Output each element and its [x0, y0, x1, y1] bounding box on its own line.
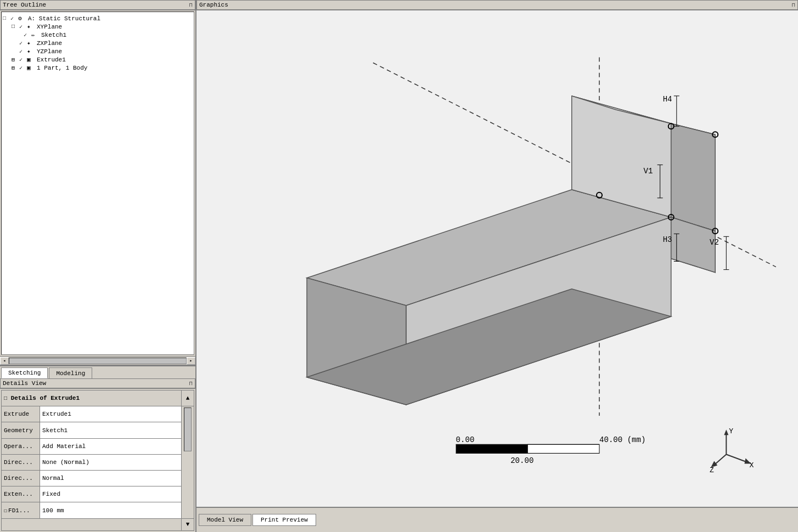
tree-icon-sketch1: ✏ [31, 31, 41, 38]
tree-check-part: ✓ [19, 65, 27, 71]
main-container: Tree Outline ⊓ □ ✓ ⚙ A: Static Structura… [0, 0, 798, 532]
scroll-right-arrow[interactable]: ▸ [187, 357, 195, 365]
tree-item-extrude1[interactable]: ⊞ ✓ ▣ Extrude1 [3, 55, 193, 64]
details-view-pin[interactable]: ⊓ [189, 380, 193, 387]
tree-item-yzplane[interactable]: ✓ ✦ YZPlane [3, 47, 193, 55]
details-view-header: Details View ⊓ [0, 378, 195, 389]
tree-check-sketch1: ✓ [24, 32, 31, 38]
tree-item-sketch1[interactable]: ✓ ✏ Sketch1 [3, 31, 193, 39]
details-row-geometry: Geometry Sketch1 [2, 422, 194, 438]
details-scroll-bottom-row: ▼ [2, 518, 194, 530]
details-key-exten: Exten... [2, 486, 40, 502]
details-scrollbar[interactable] [182, 406, 194, 518]
sketching-tab[interactable]: Sketching [1, 367, 48, 378]
tree-expand-yzplane[interactable] [12, 48, 19, 54]
details-row-opera: Opera... Add Material [2, 438, 194, 454]
tree-icon-yzplane: ✦ [27, 48, 37, 55]
graphics-svg: H4 V1 H3 V2 [196, 10, 798, 507]
tree-label-xyplane: XYPlane [37, 24, 62, 30]
tree-check-root: ✓ [10, 15, 18, 22]
svg-rect-29 [456, 444, 528, 453]
tree-expand-zxplane[interactable] [12, 40, 19, 46]
tree-icon-zxplane: ✦ [27, 39, 37, 47]
details-key-extrude: Extrude [2, 406, 40, 422]
tree-expand-root[interactable]: □ [3, 15, 10, 21]
details-key-fd1: ☐FD1... [2, 502, 40, 518]
print-preview-tab[interactable]: Print Preview [252, 514, 316, 526]
details-table-container: □ Details of Extrude1 ▲ Extrude Extrude1 [0, 389, 195, 532]
svg-rect-30 [527, 444, 599, 453]
details-key-direc2: Direc... [2, 471, 40, 486]
tree-check-zxplane: ✓ [19, 40, 27, 47]
details-table: □ Details of Extrude1 ▲ Extrude Extrude1 [1, 390, 194, 531]
tree-expand-extrude1[interactable]: ⊞ [12, 56, 19, 63]
tree-expand-part[interactable]: ⊞ [12, 65, 19, 71]
details-val-geometry: Sketch1 [40, 422, 182, 438]
graphics-content[interactable]: H4 V1 H3 V2 [196, 10, 798, 507]
details-row-exten: Exten... Fixed [2, 486, 194, 502]
tree-label-part: 1 Part, 1 Body [37, 65, 87, 71]
details-val-opera: Add Material [40, 438, 182, 454]
details-scroll-down[interactable]: ▼ [182, 518, 194, 530]
tree-outline-header: Tree Outline ⊓ [0, 0, 195, 10]
details-row-extrude: Extrude Extrude1 [2, 406, 194, 422]
graphics-pin[interactable]: ⊓ [792, 2, 795, 8]
graphics-header: Graphics ⊓ [196, 0, 798, 10]
sketching-modeling-tabs: Sketching Modeling [0, 366, 195, 378]
model-view-tab[interactable]: Model View [199, 514, 251, 526]
tree-expand-xyplane[interactable]: □ [12, 24, 19, 30]
details-val-exten: Fixed [40, 486, 182, 502]
tree-outline-pin[interactable]: ⊓ [189, 2, 193, 8]
svg-text:Z: Z [710, 466, 714, 474]
scale-label-left: 0.00 [456, 435, 475, 444]
details-row-direc1: Direc... None (Normal) [2, 454, 194, 470]
tree-check-xyplane: ✓ [19, 24, 27, 30]
tree-check-extrude1: ✓ [19, 56, 27, 63]
details-view-title: Details View [3, 380, 46, 387]
tree-horizontal-scrollbar[interactable]: ◂ ▸ [0, 356, 195, 365]
tree-item-zxplane[interactable]: ✓ ✦ ZXPlane [3, 39, 193, 47]
details-val-extrude: Extrude1 [40, 406, 182, 422]
tree-outline-panel: Tree Outline ⊓ □ ✓ ⚙ A: Static Structura… [0, 0, 195, 366]
scroll-track[interactable] [9, 358, 187, 364]
details-row-fd1: ☐FD1... 100 mm [2, 502, 194, 518]
tree-icon-root: ⚙ [18, 15, 28, 22]
details-val-fd1: 100 mm [40, 502, 182, 518]
svg-marker-7 [671, 123, 715, 231]
dim-h3-label: H3 [663, 235, 672, 244]
tree-item-part[interactable]: ⊞ ✓ ▣ 1 Part, 1 Body [3, 64, 193, 72]
tree-label-sketch1: Sketch1 [41, 32, 66, 38]
scale-label-right: 40.00 (mm) [599, 435, 645, 444]
modeling-tab[interactable]: Modeling [49, 367, 92, 378]
tree-icon-xyplane: ✦ [27, 23, 37, 30]
tree-label-extrude1: Extrude1 [37, 56, 66, 63]
dim-h4-label: H4 [663, 95, 672, 104]
details-scroll-up[interactable]: ▲ [182, 390, 194, 406]
tree-item-root[interactable]: □ ✓ ⚙ A: Static Structural [3, 14, 193, 22]
tree-content: □ ✓ ⚙ A: Static Structural □ ✓ ✦ XYPlane… [1, 12, 194, 355]
tree-check-yzplane: ✓ [19, 48, 27, 55]
details-key-opera: Opera... [2, 438, 40, 454]
details-header-label: Details of Extrude1 [11, 395, 80, 401]
details-header-row: □ Details of Extrude1 ▲ [2, 390, 194, 406]
tree-label-root: A: Static Structural [28, 15, 100, 22]
scale-label-middle: 20.00 [510, 456, 533, 465]
scroll-left-arrow[interactable]: ◂ [0, 357, 9, 365]
expand-icon[interactable]: □ [4, 395, 7, 401]
fd1-checkbox[interactable]: ☐ [4, 508, 7, 514]
tree-icon-part: ▣ [27, 64, 37, 71]
tree-item-xyplane[interactable]: □ ✓ ✦ XYPlane [3, 22, 193, 31]
svg-text:Y: Y [729, 427, 733, 435]
details-key-direc1: Direc... [2, 454, 40, 470]
left-panel: Tree Outline ⊓ □ ✓ ⚙ A: Static Structura… [0, 0, 196, 532]
tree-outline-title: Tree Outline [3, 2, 46, 8]
tree-label-zxplane: ZXPlane [37, 40, 62, 47]
graphics-bottom-bar: Model View Print Preview [196, 507, 798, 532]
details-val-direc1: None (Normal) [40, 454, 182, 470]
dim-v1-label: V1 [643, 167, 653, 176]
details-panel: Details View ⊓ □ Details of Extrude1 ▲ [0, 378, 195, 532]
dim-v2-label: V2 [710, 238, 719, 247]
details-key-geometry: Geometry [2, 422, 40, 438]
graphics-title: Graphics [199, 2, 228, 8]
tree-label-yzplane: YZPlane [37, 48, 62, 55]
